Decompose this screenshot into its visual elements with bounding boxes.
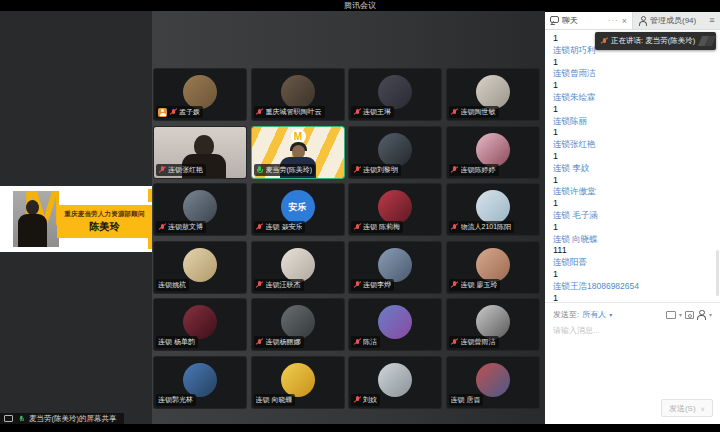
avatar	[476, 363, 510, 397]
mention-member-button[interactable]	[697, 310, 706, 319]
tile-name-label: 连锁刘黎明	[351, 164, 401, 176]
slide-name-banner: 重庆麦当劳人力资源部顾问 陈美玲	[57, 205, 152, 238]
tile-name-label: 陈洁	[351, 336, 380, 348]
avatar	[378, 363, 412, 397]
avatar	[281, 75, 315, 109]
chevron-down-icon[interactable]: ▾	[679, 311, 682, 318]
tile-name-label: 连锁李烨	[351, 279, 394, 291]
chat-sender: 连锁 毛子涵	[553, 210, 712, 222]
tile-name-label: 连锁 廖玉玲	[449, 279, 501, 291]
video-tile[interactable]: 连锁汪联杰	[251, 241, 345, 294]
chat-sender: 连锁朱绘霖	[553, 92, 712, 104]
video-tile-active-speaker[interactable]: M麦当劳(陈美玲)	[251, 126, 345, 179]
tab-chat-label: 聊天	[562, 15, 578, 26]
chat-message: 1	[553, 151, 712, 163]
video-tile[interactable]: 物流人2101陈阳	[446, 183, 540, 236]
tile-name-label: 连锁陶世敏	[449, 106, 499, 118]
chat-message: 1	[553, 57, 712, 69]
avatar: 安乐	[281, 190, 315, 224]
tile-name-label: 连锁 聂安乐	[254, 221, 306, 233]
tile-name-label: 刘妏	[351, 394, 380, 406]
tile-name-label: 连锁郭光林	[156, 394, 196, 406]
send-button-label: 发送(S)	[669, 403, 696, 414]
muted-mic-icon	[451, 223, 459, 232]
video-tile[interactable]: 连锁 唐晋	[446, 356, 540, 409]
muted-mic-icon	[353, 338, 361, 347]
video-tile[interactable]: 连锁王琳	[348, 68, 442, 121]
avatar	[476, 133, 510, 167]
avatar	[476, 248, 510, 282]
video-tile[interactable]: 连锁 向晓蝶	[251, 356, 345, 409]
muted-mic-icon	[256, 108, 264, 117]
slide-decoration	[148, 189, 152, 202]
chat-more-button[interactable]: ···	[608, 16, 619, 25]
image-button[interactable]	[685, 311, 694, 319]
avatar	[476, 75, 510, 109]
video-tile[interactable]: 连锁姚杭	[153, 241, 247, 294]
video-tile[interactable]: 重庆城管职陶叶云	[251, 68, 345, 121]
slide-decoration	[148, 236, 152, 249]
chat-sender: 连锁阳瞢	[553, 257, 712, 269]
video-tile[interactable]: 陈洁	[348, 298, 442, 351]
video-tile[interactable]: 连锁陈婷婷	[446, 126, 540, 179]
chevron-down-icon[interactable]: ▾	[709, 311, 712, 318]
chat-message-list[interactable]: 1 连锁胡巧利 1 连锁曾雨洁 1 连锁朱绘霖 1 连锁陈丽 1 连锁张红艳 1…	[545, 30, 720, 302]
chat-close-button[interactable]: ×	[622, 16, 627, 26]
panel-menu-button[interactable]: ≡	[704, 12, 720, 29]
muted-mic-icon	[451, 108, 459, 117]
member-badge-icon	[158, 108, 167, 117]
chat-message: 1	[553, 293, 712, 302]
chat-message: 1	[553, 104, 712, 116]
send-options-caret[interactable]: ∨	[701, 405, 705, 412]
screen-share-label: 麦当劳(陈美玲)的屏幕共享	[29, 414, 117, 424]
video-tile[interactable]: 连锁曾雨洁	[446, 298, 540, 351]
muted-mic-icon	[353, 165, 361, 174]
chat-message: 1	[553, 269, 712, 281]
avatar	[378, 248, 412, 282]
mic-on-icon	[18, 415, 24, 422]
muted-mic-icon	[256, 338, 264, 347]
send-to-selector[interactable]: 所有人	[582, 309, 606, 320]
slide-title-text: 重庆麦当劳人力资源部顾问	[57, 210, 152, 219]
speaker-photo: M	[13, 191, 59, 247]
video-tile[interactable]: 连锁张红艳	[153, 126, 247, 179]
video-tile[interactable]: 连锁敖文博	[153, 183, 247, 236]
avatar	[183, 190, 217, 224]
tile-name-label: 连锁曾雨洁	[449, 336, 499, 348]
video-tile[interactable]: 安乐连锁 聂安乐	[251, 183, 345, 236]
speaking-toast: 正在讲话: 麦当劳(陈美玲)	[595, 32, 716, 50]
send-button[interactable]: 发送(S) ∨	[661, 399, 713, 417]
chat-message: 111	[553, 245, 712, 257]
chat-sender: 连锁曾雨洁	[553, 68, 712, 80]
video-tile[interactable]: 连锁杨丽娜	[251, 298, 345, 351]
video-tile[interactable]: 孟子媛	[153, 68, 247, 121]
video-tile[interactable]: 连锁 陈莉梅	[348, 183, 442, 236]
send-to-label: 发送至:	[553, 309, 579, 320]
screenshot-button[interactable]	[666, 311, 676, 319]
video-tile[interactable]: 连锁陶世敏	[446, 68, 540, 121]
video-tile[interactable]: 连锁郭光林	[153, 356, 247, 409]
video-tile[interactable]: 连锁李烨	[348, 241, 442, 294]
window-title: 腾讯会议	[0, 0, 720, 11]
chat-message: 1	[553, 198, 712, 210]
chat-icon	[550, 16, 559, 25]
avatar	[378, 305, 412, 339]
muted-mic-icon	[451, 280, 459, 289]
mic-on-icon	[256, 165, 264, 174]
avatar	[476, 190, 510, 224]
chat-scrollbar[interactable]	[716, 250, 719, 296]
muted-mic-icon	[353, 395, 361, 404]
tab-chat[interactable]: 聊天 ··· ×	[545, 12, 633, 29]
muted-mic-icon	[451, 338, 459, 347]
message-input[interactable]: 请输入消息...	[545, 322, 720, 339]
video-tile[interactable]: 连锁 廖玉玲	[446, 241, 540, 294]
chat-input-area: 发送至: 所有人 ▾ ▾ ▾ 请输入消息... 发送(S) ∨	[545, 302, 720, 424]
video-tile[interactable]: 连锁刘黎明	[348, 126, 442, 179]
avatar	[378, 133, 412, 167]
tile-name-label: 连锁 陈莉梅	[351, 221, 403, 233]
muted-mic-icon	[256, 223, 264, 232]
speaking-toast-text: 正在讲话: 麦当劳(陈美玲)	[611, 36, 695, 46]
video-tile[interactable]: 刘妏	[348, 356, 442, 409]
video-tile[interactable]: 连锁 杨单韵	[153, 298, 247, 351]
tab-manage-members[interactable]: 管理成员(94)	[633, 12, 704, 29]
